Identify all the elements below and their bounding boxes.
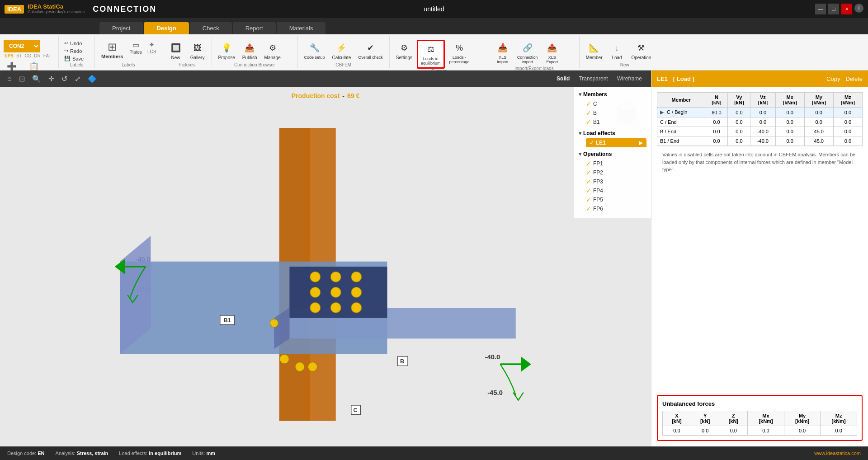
view-options-icon[interactable]: 🔷 xyxy=(86,73,99,85)
col-member: Member xyxy=(657,93,705,108)
tab-project[interactable]: Project xyxy=(99,22,143,34)
toolbar: CON2 EPS ST CD DR FAT ➕ New 📋 Members P xyxy=(0,34,868,70)
ub-col-Z: Z[kN] xyxy=(719,411,748,426)
load-table-area: Member N[kN] Vy[kN] Vz[kN] Mx[kNm] My[kN… xyxy=(651,87,868,391)
delete-load-button[interactable]: Delete xyxy=(845,75,863,82)
logo-box: IDEA xyxy=(5,5,24,14)
svg-point-22 xyxy=(270,319,278,327)
home-icon[interactable]: ⌂ xyxy=(5,73,14,84)
type-eps[interactable]: EPS xyxy=(5,53,14,58)
member-b1-check: ✓ xyxy=(586,118,591,126)
settings-button[interactable]: ⚙ Settings xyxy=(393,40,415,62)
cell-My[interactable]: 0.0 xyxy=(804,108,833,117)
connection-import-button[interactable]: 🔗 ConnectionImport xyxy=(514,40,541,66)
loads-percentage-button[interactable]: % Loads -percentage xyxy=(447,40,472,66)
viewport[interactable]: Production cost - 69 € -40.0 xyxy=(0,87,651,446)
manage-button[interactable]: ⚙ Manage xyxy=(262,40,283,62)
type-dr[interactable]: DR xyxy=(34,53,40,58)
le1-item[interactable]: ✓ LE1 ▶ xyxy=(586,138,646,147)
cell-Vz[interactable]: 0.0 xyxy=(750,108,775,117)
transparent-mode-button[interactable]: Transparent xyxy=(575,74,611,84)
propose-button[interactable]: 💡 Propose xyxy=(216,40,238,62)
publish-button[interactable]: 📤 Publish xyxy=(240,40,260,62)
note-text: Values in disabled cells are not taken i… xyxy=(657,146,863,178)
xls-export-button[interactable]: 📤 XLSExport xyxy=(542,40,562,66)
scene-3d[interactable]: -40.0 -45.0 -40.0 -45.0 xyxy=(0,87,651,446)
col-Vy: Vy[kN] xyxy=(728,93,750,108)
cell-N[interactable]: 80.0 xyxy=(705,108,728,117)
type-st[interactable]: ST xyxy=(16,53,22,58)
op-fp3-item[interactable]: ✓ FP3 xyxy=(579,177,646,186)
tab-check[interactable]: Check xyxy=(190,22,232,34)
header-actions: Copy Delete xyxy=(826,75,863,82)
load-button[interactable]: ↓ Load xyxy=(607,40,627,62)
design-code-label: Design code: EN xyxy=(7,451,45,456)
cell-Mz[interactable]: 0.0 xyxy=(833,108,862,117)
wireframe-mode-button[interactable]: Wireframe xyxy=(613,74,646,84)
plates-button[interactable]: ▭ Plates xyxy=(127,40,144,56)
xls-import-button[interactable]: 📥 XLSImport xyxy=(493,40,513,66)
member-b1-item[interactable]: ✓ B1 xyxy=(579,117,646,127)
ub-My: 0.0 xyxy=(784,426,821,436)
code-setup-button[interactable]: 🔧 Code setup xyxy=(302,40,328,61)
new-section-label: New xyxy=(583,62,666,68)
xls-export-icon: 📤 xyxy=(546,42,558,54)
overall-check-icon: ✔ xyxy=(364,42,377,54)
members-button[interactable]: ⊞ Members xyxy=(99,40,126,60)
connection-dropdown[interactable]: CON2 xyxy=(4,40,40,52)
tab-materials[interactable]: Materials xyxy=(277,22,326,34)
op-fp6-item[interactable]: ✓ FP6 xyxy=(579,204,646,213)
member-button[interactable]: 📐 Member xyxy=(583,40,605,62)
expand-arrow[interactable]: ▶ xyxy=(660,109,664,115)
rotate-icon[interactable]: ↺ xyxy=(60,73,69,85)
op-fp5-item[interactable]: ✓ FP5 xyxy=(579,195,646,204)
ub-Y: 0.0 xyxy=(691,426,719,436)
gallery-button[interactable]: 🖼 Gallery xyxy=(188,40,208,62)
op-fp4-item[interactable]: ✓ FP4 xyxy=(579,186,646,195)
table-row[interactable]: B / End 0.0 0.0 -40.0 0.0 45.0 0.0 xyxy=(657,127,863,136)
svg-point-15 xyxy=(351,272,362,282)
tab-report[interactable]: Report xyxy=(233,22,276,34)
lcs-button[interactable]: ⌖ LCS xyxy=(146,40,158,55)
maximize-button[interactable]: □ xyxy=(828,4,839,14)
members-icon: ⊞ xyxy=(108,41,117,53)
ub-Mx: 0.0 xyxy=(748,426,784,436)
member-b-item[interactable]: ✓ B xyxy=(579,108,646,117)
module-label: CONNECTION xyxy=(93,5,156,14)
undo-button[interactable]: ↩ Undo xyxy=(62,40,84,47)
copy-load-button[interactable]: Copy xyxy=(826,75,840,82)
cell-Vy[interactable]: 0.0 xyxy=(728,108,750,117)
table-row[interactable]: ▶ C / Begin 80.0 0.0 0.0 0.0 0.0 0.0 xyxy=(657,108,863,117)
close-button[interactable]: × xyxy=(841,4,852,14)
table-row[interactable]: C / End 0.0 0.0 0.0 0.0 0.0 0.0 xyxy=(657,117,863,127)
member-c-item[interactable]: ✓ C xyxy=(579,99,646,108)
plates-icon: ▭ xyxy=(132,41,139,49)
overall-check-button[interactable]: ✔ Overall check xyxy=(355,40,386,61)
calculate-button[interactable]: ⚡ Calculate xyxy=(330,40,354,62)
cell-Mx[interactable]: 0.0 xyxy=(775,108,804,117)
tab-design[interactable]: Design xyxy=(144,22,189,34)
op-fp1-item[interactable]: ✓ FP1 xyxy=(579,159,646,168)
operation-button[interactable]: ⚒ Operation xyxy=(629,40,654,62)
op-fp2-item[interactable]: ✓ FP2 xyxy=(579,168,646,177)
ub-col-X: X[kN] xyxy=(663,411,691,426)
type-fat[interactable]: FAT xyxy=(43,53,52,58)
production-cost-value: 69 € xyxy=(347,92,359,99)
website-link[interactable]: www.ideastatica.com xyxy=(814,451,861,456)
solid-mode-button[interactable]: Solid xyxy=(553,74,573,84)
redo-button[interactable]: ↪ Redo xyxy=(62,47,84,54)
fit-icon[interactable]: ⤢ xyxy=(73,73,82,85)
zoom-fit-icon[interactable]: ⊡ xyxy=(17,73,27,85)
new-connection-button[interactable]: 🔲 New xyxy=(166,40,186,62)
type-cd[interactable]: CD xyxy=(25,53,31,58)
minimize-button[interactable]: — xyxy=(815,4,826,14)
move-icon[interactable]: ✛ xyxy=(47,73,56,85)
info-button[interactable]: i xyxy=(854,4,863,13)
new-conn-icon: 🔲 xyxy=(170,42,182,54)
save-button[interactable]: 💾 Save xyxy=(62,55,85,62)
table-row[interactable]: B1 / End 0.0 0.0 -40.0 0.0 45.0 0.0 xyxy=(657,136,863,146)
view-bar: ⌂ ⊡ 🔍 ✛ ↺ ⤢ 🔷 Solid Transparent Wirefram… xyxy=(0,70,651,87)
search-icon[interactable]: 🔍 xyxy=(30,73,43,85)
xls-import-icon: 📥 xyxy=(496,42,509,54)
loads-equilibrium-button[interactable]: ⚖ Loads inequilibrium xyxy=(417,40,445,69)
